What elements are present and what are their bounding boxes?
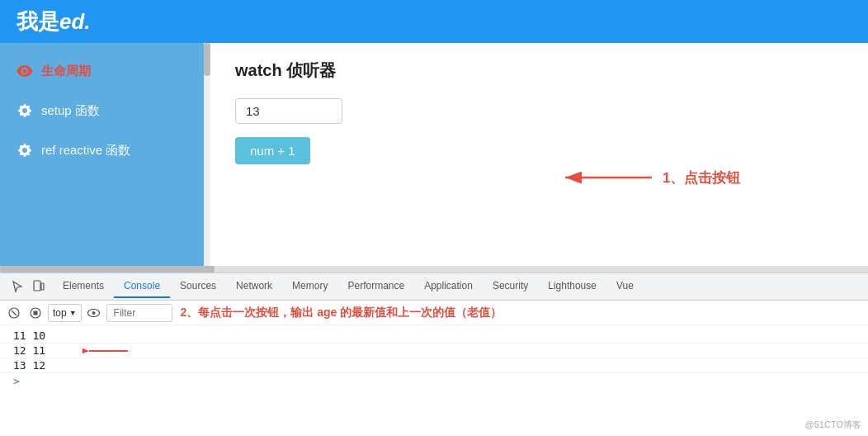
sidebar-item-ref-reactive[interactable]: ref reactive 函数	[0, 130, 210, 170]
annotation-arrow-1: 1、点击按钮	[557, 165, 740, 190]
console-line-1: 11 10	[0, 329, 868, 344]
app-header: 我是ed.	[0, 0, 868, 43]
tab-memory[interactable]: Memory	[282, 275, 337, 298]
console-line-3: 13 12	[0, 358, 868, 373]
svg-line-5	[12, 310, 17, 315]
title-italic: ed.	[59, 9, 91, 34]
console-line-nums-2: 12 11	[13, 344, 45, 357]
num-input[interactable]	[235, 98, 342, 124]
svg-rect-7	[34, 310, 38, 315]
console-toolbar: top ▼ 2、每点击一次按钮，输出 age 的最新值和上一次的值（老值）	[0, 301, 868, 325]
device-icon	[32, 280, 45, 293]
tab-sources[interactable]: Sources	[170, 275, 226, 298]
tab-network[interactable]: Network	[226, 275, 282, 298]
sidebar-item-label-ref-reactive: ref reactive 函数	[41, 143, 130, 159]
devtools-horizontal-scrollbar[interactable]	[0, 266, 868, 272]
devtools-scroll-thumb	[0, 266, 215, 272]
title-static: 我是	[17, 9, 59, 34]
tab-performance[interactable]: Performance	[337, 275, 414, 298]
tab-elements[interactable]: Elements	[53, 275, 114, 298]
sidebar-item-setup[interactable]: setup 函数	[0, 91, 210, 130]
console-line-2: 12 11	[0, 344, 868, 358]
eye-icon-btn[interactable]	[85, 304, 103, 322]
console-line-nums-3: 13 12	[13, 359, 45, 372]
stop-btn[interactable]	[26, 304, 45, 322]
console-line-nums-1: 11 10	[13, 329, 45, 342]
main-area: 生命周期 setup 函数 ref reactive 函数 watch 侦听器 …	[0, 43, 868, 266]
device-icon-btn[interactable]	[28, 276, 50, 297]
clear-icon	[8, 307, 20, 319]
sidebar-item-lifecycle[interactable]: 生命周期	[0, 51, 210, 91]
arrow-left-icon	[557, 165, 656, 190]
content-title: watch 侦听器	[235, 59, 843, 82]
sidebar-scroll-thumb	[204, 43, 210, 76]
sidebar: 生命周期 setup 函数 ref reactive 函数	[0, 43, 210, 266]
gear-icon-lifecycle	[17, 63, 33, 79]
num-plus-button[interactable]: num + 1	[235, 137, 310, 164]
content-panel: watch 侦听器 num + 1 1、点击按钮	[210, 43, 868, 266]
sidebar-scrollbar[interactable]	[204, 43, 210, 266]
eye-icon	[87, 309, 100, 317]
svg-point-9	[92, 311, 96, 315]
svg-rect-2	[34, 281, 40, 291]
tab-vue[interactable]: Vue	[606, 275, 644, 298]
tab-lighthouse[interactable]: Lighthouse	[538, 275, 606, 298]
console-arrow-icon	[83, 343, 132, 359]
stop-icon	[30, 307, 41, 319]
sidebar-item-label-setup: setup 函数	[41, 103, 100, 119]
watermark: @51CTO博客	[805, 419, 861, 431]
tab-security[interactable]: Security	[483, 275, 538, 298]
gear-icon-setup	[17, 102, 33, 119]
console-filter-input[interactable]	[106, 304, 172, 322]
app-title: 我是ed.	[17, 7, 91, 36]
console-annotation-2: 2、每点击一次按钮，输出 age 的最新值和上一次的值（老值）	[181, 306, 502, 320]
devtools-tabs-bar: Elements Console Sources Network Memory …	[0, 272, 868, 301]
context-dropdown-label: top	[53, 307, 67, 319]
context-dropdown[interactable]: top ▼	[48, 304, 82, 322]
tab-application[interactable]: Application	[414, 275, 483, 298]
clear-console-btn[interactable]	[5, 304, 23, 322]
cursor-icon-btn[interactable]	[7, 276, 28, 297]
annotation-1-text: 1、点击按钮	[663, 168, 740, 187]
devtools-icon-group	[3, 276, 53, 297]
svg-rect-3	[41, 283, 44, 290]
sidebar-item-label-lifecycle: 生命周期	[41, 64, 91, 79]
dropdown-arrow-icon: ▼	[69, 309, 77, 317]
cursor-icon	[11, 280, 24, 293]
console-prompt[interactable]: >	[0, 373, 868, 389]
gear-icon-ref-reactive	[17, 142, 33, 159]
tab-console[interactable]: Console	[114, 275, 170, 298]
console-output: 11 10 12 11 13 12 >	[0, 325, 868, 392]
